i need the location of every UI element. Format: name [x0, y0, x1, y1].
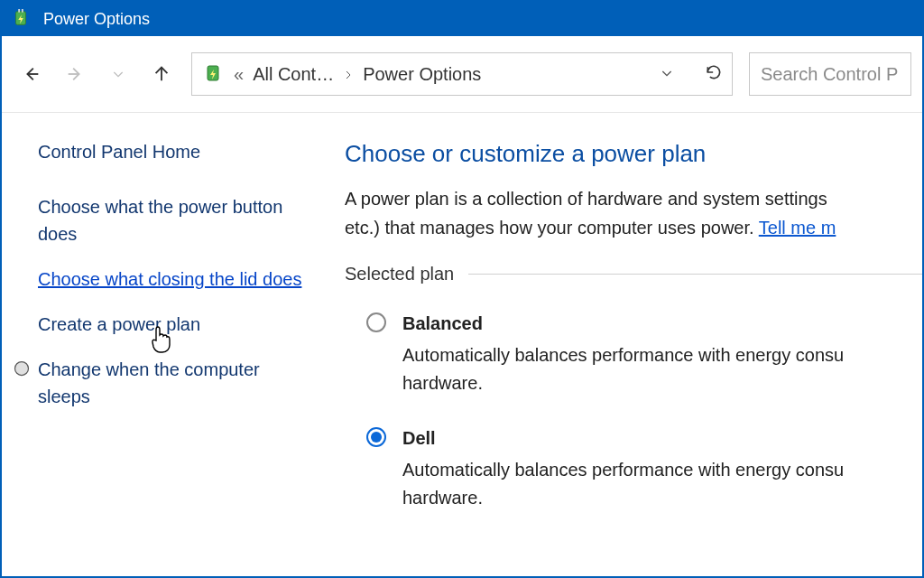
- recent-locations-dropdown[interactable]: [105, 61, 132, 88]
- selected-plan-label: Selected plan: [345, 264, 922, 284]
- plan-dell-desc: Automatically balances performance with …: [402, 456, 922, 512]
- plan-dell-name: Dell: [402, 424, 922, 452]
- svg-point-7: [15, 362, 29, 376]
- control-panel-home-link[interactable]: Control Panel Home: [38, 142, 309, 163]
- svg-rect-1: [18, 9, 20, 13]
- toolbar: « All Cont… Power Options Search Control…: [2, 36, 922, 113]
- sidebar: Control Panel Home Choose what the power…: [2, 113, 336, 576]
- breadcrumb-item[interactable]: Power Options: [363, 64, 481, 85]
- refresh-button[interactable]: [705, 63, 723, 86]
- radio-dell[interactable]: [366, 427, 386, 447]
- forward-button[interactable]: [61, 61, 88, 88]
- search-input[interactable]: Search Control P: [749, 52, 911, 96]
- desc-line-2: etc.) that manages how your computer use…: [345, 218, 759, 238]
- page-heading: Choose or customize a power plan: [345, 140, 922, 168]
- control-panel-icon: [201, 62, 225, 86]
- breadcrumb-item[interactable]: All Cont…: [253, 64, 334, 85]
- plan-balanced-name: Balanced: [402, 310, 922, 338]
- lid-close-action-link[interactable]: Choose what closing the lid does: [38, 266, 309, 293]
- tell-me-more-link[interactable]: Tell me m: [759, 218, 836, 238]
- divider: [468, 274, 922, 275]
- breadcrumb-overflow-icon[interactable]: «: [234, 64, 244, 85]
- power-button-action-link[interactable]: Choose what the power button does: [38, 193, 309, 247]
- selected-plan-text: Selected plan: [345, 264, 454, 284]
- window-title: Power Options: [43, 10, 150, 29]
- back-button[interactable]: [18, 61, 45, 88]
- power-options-icon: [11, 9, 31, 29]
- titlebar: Power Options: [2, 2, 922, 36]
- change-sleep-link[interactable]: Change when the computer sleeps: [38, 356, 309, 410]
- address-bar[interactable]: « All Cont… Power Options: [191, 52, 733, 96]
- create-power-plan-link[interactable]: Create a power plan: [38, 311, 309, 338]
- plan-balanced-desc: Automatically balances performance with …: [402, 341, 922, 397]
- main-panel: Choose or customize a power plan A power…: [336, 113, 922, 576]
- svg-rect-2: [22, 9, 23, 13]
- plan-dell: Dell Automatically balances performance …: [345, 424, 922, 512]
- up-button[interactable]: [148, 61, 175, 88]
- address-dropdown-icon[interactable]: [660, 64, 674, 85]
- desc-line-1: A power plan is a collection of hardware…: [345, 189, 827, 209]
- moon-icon: [13, 359, 31, 378]
- plan-balanced: Balanced Automatically balances performa…: [345, 310, 922, 397]
- page-description: A power plan is a collection of hardware…: [345, 184, 922, 242]
- radio-balanced[interactable]: [366, 312, 386, 332]
- chevron-right-icon[interactable]: [343, 64, 354, 85]
- content-area: Control Panel Home Choose what the power…: [2, 113, 922, 576]
